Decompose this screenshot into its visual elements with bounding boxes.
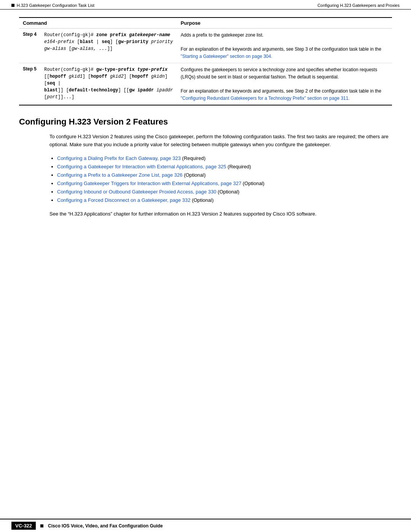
bullet-suffix: (Optional) [191,197,214,203]
purpose-text: For an explanation of the keywords and a… [181,46,381,52]
purpose-text: Adds a prefix to the gatekeeper zone lis… [181,32,263,38]
cmd-text: ] [[ [118,88,129,93]
list-item: Configuring Inbound or Outbound Gatekeep… [57,188,392,196]
cmd-text: ]] [ [58,88,69,93]
bullet-list: Configuring a Dialing Prefix for Each Ga… [19,154,392,205]
footer-badge: VC-322 [11,522,36,530]
cmd-text: | [94,39,102,45]
bullet-link[interactable]: Configuring Gatekeeper Triggers for Inte… [57,181,241,186]
table-header-command: Command [19,18,177,29]
purpose-text: For an explanation of the keywords and a… [181,88,381,94]
purpose-link[interactable]: "Starting a Gatekeeper" section on page … [181,54,272,59]
cmd-text: Router(config-gk)# [44,67,96,72]
bullet-suffix: (Optional) [216,189,239,195]
bullet-suffix: (Required) [181,155,206,161]
list-item: Configuring a Forced Disconnect on a Gat… [57,196,392,204]
list-item: Configuring a Prefix to a Gatekeeper Zon… [57,171,392,179]
cmd-text: e164-prefix [44,39,74,45]
cmd-text: ipaddr [156,88,173,93]
page-header: H.323 Gatekeeper Configuration Task List… [0,0,411,10]
cmd-text: port [47,94,58,100]
list-item: Configuring a Gatekeeper for Interaction… [57,163,392,171]
cmd-text: blast [44,88,58,93]
bullet-link[interactable]: Configuring a Gatekeeper for Interaction… [57,164,226,169]
purpose-text: Configures the gatekeepers to service a … [181,67,377,80]
cmd-text: gkidn [151,74,165,79]
step-4-purpose: Adds a prefix to the gatekeeper zone lis… [177,29,392,63]
cmd-text: gw-type-prefix [96,67,137,72]
cmd-text: gw-priority [118,39,151,45]
cmd-text: blast [80,39,94,45]
cmd-text: gkid1 [69,74,83,79]
header-left: H.323 Gatekeeper Configuration Task List [11,3,94,8]
cmd-text: hopoff [49,74,68,79]
cmd-text: ] [ [83,74,91,79]
header-right-text: Configuring H.323 Gatekeepers and Proxie… [317,3,400,8]
cmd-text: ] [ [110,39,118,45]
cmd-text: default-technology [69,88,118,93]
config-table: Command Purpose Step 4 Router(config-gk)… [19,17,392,105]
bullet-suffix: (Optional) [183,172,206,178]
step-4-command: Router(config-gk)# zone prefix gatekeepe… [40,29,177,63]
cmd-text: ] [ [124,74,132,79]
header-square-icon [11,4,14,7]
section-heading: Configuring H.323 Version 2 Features [19,117,392,127]
cmd-text: gatekeeper-name [129,32,170,38]
cmd-text: seq [47,81,55,86]
bullet-link[interactable]: Configuring a Dialing Prefix for Each Ga… [57,155,181,161]
table-header-purpose: Purpose [177,18,392,29]
cmd-text: priority [151,39,173,45]
cmd-text: [ [66,46,72,51]
cmd-text: gw-alias [44,46,66,51]
table-row: Step 5 Router(config-gk)# gw-type-prefix… [19,63,392,105]
bullet-link[interactable]: Configuring a Forced Disconnect on a Gat… [57,197,191,203]
list-item: Configuring a Dialing Prefix for Each Ga… [57,154,392,163]
main-content: Command Purpose Step 4 Router(config-gk)… [0,10,411,241]
step-5-label: Step 5 [19,63,40,105]
bullet-link[interactable]: Configuring Inbound or Outbound Gatekeep… [57,189,216,195]
cmd-text: | [55,81,61,86]
bullet-suffix: (Required) [226,164,251,169]
cmd-text: zone prefix [96,32,129,38]
table-row: Step 4 Router(config-gk)# zone prefix ga… [19,29,392,63]
step-5-purpose: Configures the gatekeepers to service a … [177,63,392,105]
bullet-suffix: (Optional) [241,181,264,186]
footer-text: Cisco IOS Voice, Video, and Fax Configur… [48,523,163,529]
cmd-text: seq [102,39,110,45]
cmd-text: Router(config-gk)# [44,32,96,38]
cmd-text: ]]...] [58,94,74,100]
cmd-text: gkid2 [110,74,124,79]
bullet-link[interactable]: Configuring a Prefix to a Gatekeeper Zon… [57,172,183,178]
cmd-text: ]] [107,46,113,51]
intro-paragraph: To configure H.323 Version 2 features us… [19,133,392,149]
page-footer: VC-322 Cisco IOS Voice, Video, and Fax C… [0,519,411,532]
cmd-text: gw ipaddr [129,88,156,93]
see-also-paragraph: See the “H.323 Applications” chapter for… [19,210,392,218]
cmd-text: [ [74,39,80,45]
footer-square-icon [40,524,43,527]
cmd-text: gw-alias, ... [72,46,107,51]
purpose-link[interactable]: "Configuring Redundant Gatekeepers for a… [181,96,350,101]
step-4-label: Step 4 [19,29,40,63]
list-item: Configuring Gatekeeper Triggers for Inte… [57,179,392,188]
header-left-text: H.323 Gatekeeper Configuration Task List [17,3,94,8]
cmd-text: type-prefix [137,67,167,72]
cmd-text: [[ [44,74,49,79]
cmd-text: hopoff [132,74,151,79]
step-5-command: Router(config-gk)# gw-type-prefix type-p… [40,63,177,105]
cmd-text: hopoff [91,74,110,79]
